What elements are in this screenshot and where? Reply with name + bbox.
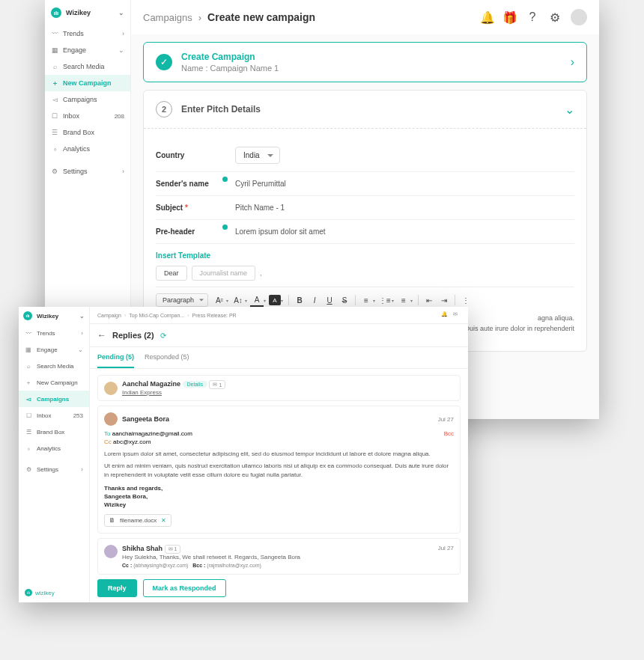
- avatar: [104, 412, 118, 426]
- contact-org[interactable]: Indian Express: [122, 389, 225, 396]
- mail-count-chip: ✉1: [165, 545, 181, 554]
- font-family-icon[interactable]: A↕: [231, 293, 245, 307]
- bcc-label[interactable]: Bcc: [444, 430, 454, 437]
- country-select[interactable]: India: [235, 147, 280, 164]
- comma: ,: [260, 269, 262, 277]
- sidebar-item-label: Search Media: [63, 63, 105, 70]
- attachment-name: filename.docx: [120, 517, 157, 524]
- font-size-icon[interactable]: A≡: [213, 293, 226, 307]
- strikethrough-icon[interactable]: S: [338, 293, 351, 307]
- align-icon[interactable]: ≡: [359, 293, 373, 307]
- step-number: 2: [156, 101, 172, 117]
- step2-header[interactable]: 2 Enter Pitch Details ⌄: [144, 91, 586, 129]
- tab-pending[interactable]: Pending (5): [97, 347, 134, 368]
- details-chip[interactable]: Details: [183, 381, 207, 388]
- sidebar-item-label: Brand Box: [63, 129, 94, 136]
- back-arrow-icon[interactable]: ←: [97, 330, 106, 340]
- subject-input[interactable]: Pitch Name - 1: [235, 204, 285, 212]
- sidebar-item-trends[interactable]: 〰 Trends ›: [45, 25, 130, 42]
- sidebar-item-engage[interactable]: ▦Engage⌄: [19, 341, 89, 358]
- bullet-list-icon[interactable]: ⋮≡: [378, 293, 392, 307]
- user-avatar[interactable]: [571, 9, 587, 25]
- rich-text-toolbar: Paragraph A≡▾ A↕▾ A▾ A▾ B I U S ≡▾ ⋮≡▾ ≡…: [156, 287, 574, 307]
- reply-button[interactable]: Reply: [97, 579, 137, 597]
- preheader-row: Pre-header Lorem ipsum dolor sit amet: [156, 220, 574, 244]
- sidebar-item-label: New Campaign: [63, 79, 112, 87]
- underline-icon[interactable]: U: [323, 293, 336, 307]
- sidebar-item-inbox[interactable]: ☐ Inbox 208: [45, 108, 130, 124]
- chevron-down-icon: ⌄: [118, 9, 124, 16]
- sidebar-item-engage[interactable]: ▦ Engage ⌄: [45, 42, 130, 58]
- mail-count-chip: ✉1: [209, 380, 225, 389]
- sidebar-item-search-media[interactable]: ⌕Search Media: [19, 358, 89, 374]
- chevron-right-icon: ›: [81, 466, 83, 473]
- replies-header: ← Replies (2) ⟳: [90, 324, 468, 347]
- plus-icon: ＋: [25, 379, 32, 386]
- tab-responded[interactable]: Responded (5): [145, 347, 189, 368]
- more-icon[interactable]: ⋮: [459, 293, 473, 307]
- sidebar-item-label: Trends: [63, 30, 84, 37]
- outdent-icon[interactable]: ⇤: [422, 293, 436, 307]
- engage-icon: ▦: [51, 46, 58, 54]
- sidebar-item-campaigns[interactable]: ◅Campaigns: [19, 391, 89, 407]
- attachment[interactable]: 🗎 filename.docx ✕: [104, 514, 171, 527]
- brand[interactable]: ılı Wizikey ⌄: [45, 0, 130, 25]
- bell-icon[interactable]: 🔔: [481, 10, 494, 24]
- reply-body: Lorem ipsum dolor sit amet, consectetur …: [104, 450, 454, 480]
- reply-date: Jul 27: [438, 416, 454, 423]
- font-color-icon[interactable]: A: [250, 293, 264, 307]
- chevron-right-icon: ›: [81, 330, 83, 337]
- sidebar-item-analytics[interactable]: ⬨ Analytics: [45, 141, 130, 157]
- brand-logo-icon: ılı: [51, 7, 61, 18]
- gear-icon[interactable]: ⚙: [548, 10, 562, 24]
- indent-icon[interactable]: ⇥: [437, 293, 451, 307]
- sidebar-item-brand-box[interactable]: ☰Brand Box: [19, 424, 89, 440]
- sidebar-item-trends[interactable]: 〰Trends›: [19, 325, 89, 341]
- sidebar-item-settings[interactable]: ⚙ Settings ›: [45, 163, 130, 180]
- brand[interactable]: ılı Wizikey ⌄: [19, 307, 89, 325]
- sidebar-item-campaigns[interactable]: ◅ Campaigns: [45, 91, 130, 108]
- refresh-icon[interactable]: ⟳: [160, 331, 166, 340]
- reply-preview: Hey Sulekha, Thanks, We shall retweet it…: [122, 554, 434, 560]
- sidebar-item-inbox[interactable]: ☐Inbox253: [19, 407, 89, 424]
- sidebar-item-new-campaign[interactable]: ＋ New Campaign: [45, 75, 130, 91]
- reply-author: Sangeeta Bora: [122, 415, 169, 423]
- step2-title: Enter Pitch Details: [181, 104, 261, 114]
- gear-icon: ⚙: [51, 168, 58, 175]
- bold-icon[interactable]: B: [293, 293, 306, 307]
- step1-subtitle: Name : Campaign Name 1: [181, 64, 279, 73]
- reply-1: Sangeeta Bora Jul 27 To aanchalmagazine@…: [97, 406, 461, 534]
- remove-attachment-icon[interactable]: ✕: [161, 517, 166, 524]
- overlay-sidebar: ılı Wizikey ⌄ 〰Trends› ▦Engage⌄ ⌕Search …: [19, 307, 90, 602]
- reply-2[interactable]: Shikha Shah ✉1 Hey Sulekha, Thanks, We s…: [97, 538, 461, 575]
- inbox-icon: ☐: [51, 112, 58, 120]
- gift-icon[interactable]: 🎁: [503, 10, 517, 24]
- sidebar-item-settings[interactable]: ⚙Settings›: [19, 461, 89, 477]
- pill-journalist-name[interactable]: Journalist name: [192, 266, 256, 281]
- step1-card[interactable]: ✓ Create Campaign Name : Campaign Name 1…: [143, 42, 587, 82]
- mark-responded-button[interactable]: Mark as Responded: [143, 579, 226, 597]
- inbox-icon: ☐: [25, 412, 32, 419]
- paragraph-select[interactable]: Paragraph: [156, 293, 208, 307]
- bell-icon[interactable]: 🔔: [441, 311, 449, 319]
- highlight-icon[interactable]: A: [269, 295, 281, 305]
- sidebar-item-search-media[interactable]: ⌕ Search Media: [45, 58, 130, 75]
- megaphone-icon: ◅: [51, 96, 58, 103]
- contact-header[interactable]: Aanchal Magazine Details ✉1 Indian Expre…: [97, 375, 461, 401]
- sidebar-item-new-campaign[interactable]: ＋New Campaign: [19, 374, 89, 391]
- overlay-content: Aanchal Magazine Details ✉1 Indian Expre…: [90, 369, 468, 602]
- numbered-list-icon[interactable]: ≡: [397, 293, 410, 307]
- sidebar-item-brand-box[interactable]: ☰ Brand Box: [45, 124, 130, 141]
- insert-template-link[interactable]: Insert Template: [156, 251, 210, 260]
- italic-icon[interactable]: I: [308, 293, 321, 307]
- to-label: To: [104, 430, 110, 437]
- sender-input[interactable]: Cyril Perumittal: [235, 180, 286, 188]
- help-icon[interactable]: ?: [526, 10, 539, 24]
- mail-icon[interactable]: ✉: [453, 311, 461, 319]
- inbox-count: 208: [115, 113, 124, 120]
- sidebar-item-analytics[interactable]: ⬨Analytics: [19, 440, 89, 456]
- editor-greeting: Dear Journalist name ,: [156, 266, 574, 281]
- preheader-input[interactable]: Lorem ipsum dolor sit amet: [235, 227, 326, 236]
- breadcrumb-parent[interactable]: Campaigns: [143, 12, 192, 23]
- pill-dear[interactable]: Dear: [156, 266, 187, 281]
